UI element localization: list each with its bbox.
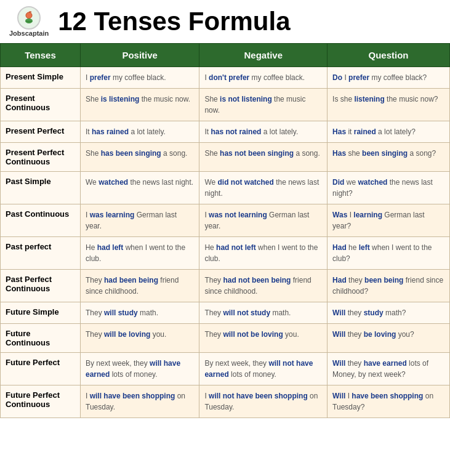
tense-name: Future Simple bbox=[1, 302, 81, 324]
question-cell: Will they be loving you? bbox=[327, 324, 450, 353]
positive-cell: He had left when I went to the club. bbox=[81, 237, 199, 270]
negative-cell: By next week, they will not have earned … bbox=[199, 353, 327, 385]
question-cell: Was I learning German last year? bbox=[327, 204, 450, 237]
positive-cell: She is listening the music now. bbox=[81, 89, 199, 121]
negative-cell: I will not have been shopping on Tuesday… bbox=[199, 385, 327, 418]
tense-name: Present Perfect Continuous bbox=[1, 143, 81, 172]
negative-cell: I was not learning German last year. bbox=[199, 204, 327, 237]
negative-cell: They will not be loving you. bbox=[199, 324, 327, 353]
question-cell: Will I have been shopping on Tuesday? bbox=[327, 385, 450, 418]
negative-cell: He had not left when I went to the club. bbox=[199, 237, 327, 270]
table-row: Past ContinuousI was learning German las… bbox=[1, 204, 450, 237]
table-row: Future Perfect ContinuousI will have bee… bbox=[1, 385, 450, 418]
col-tenses: Tenses bbox=[1, 44, 81, 67]
table-row: Future SimpleThey will study math.They w… bbox=[1, 302, 450, 324]
question-cell: Is she listening the music now? bbox=[327, 89, 450, 121]
tense-name: Present Perfect bbox=[1, 121, 81, 143]
question-cell: Did we watched the news last night? bbox=[327, 172, 450, 204]
negative-cell: I don't prefer my coffee black. bbox=[199, 67, 327, 89]
col-question: Question bbox=[327, 44, 450, 67]
positive-cell: I prefer my coffee black. bbox=[81, 67, 199, 89]
positive-cell: They will be loving you. bbox=[81, 324, 199, 353]
tense-name: Past perfect bbox=[1, 237, 81, 270]
question-cell: Had they been being friend since childho… bbox=[327, 270, 450, 302]
question-cell: Do I prefer my coffee black? bbox=[327, 67, 450, 89]
positive-cell: She has been singing a song. bbox=[81, 143, 199, 172]
positive-cell: We watched the news last night. bbox=[81, 172, 199, 204]
table-row: Past perfectHe had left when I went to t… bbox=[1, 237, 450, 270]
tense-name: Future Perfect Continuous bbox=[1, 385, 81, 418]
page-title: 12 Tenses Formula bbox=[58, 7, 290, 36]
table-row: Present Perfect ContinuousShe has been s… bbox=[1, 143, 450, 172]
negative-cell: They will not study math. bbox=[199, 302, 327, 324]
logo-text: Jobscaptain bbox=[9, 30, 49, 37]
negative-cell: They had not been being friend since chi… bbox=[199, 270, 327, 302]
negative-cell: We did not watched the news last night. bbox=[199, 172, 327, 204]
positive-cell: I will have been shopping on Tuesday. bbox=[81, 385, 199, 418]
tense-name: Future Perfect bbox=[1, 353, 81, 385]
table-row: Past Perfect ContinuousThey had been bei… bbox=[1, 270, 450, 302]
col-positive: Positive bbox=[81, 44, 199, 67]
tense-name: Future Continuous bbox=[1, 324, 81, 353]
svg-point-0 bbox=[26, 12, 32, 18]
table-row: Present ContinuousShe is listening the m… bbox=[1, 89, 450, 121]
col-negative: Negative bbox=[199, 44, 327, 67]
tense-name: Past Perfect Continuous bbox=[1, 270, 81, 302]
positive-cell: They had been being friend since childho… bbox=[81, 270, 199, 302]
tense-name: Past Simple bbox=[1, 172, 81, 204]
positive-cell: I was learning German last year. bbox=[81, 204, 199, 237]
logo-area: Jobscaptain bbox=[9, 6, 49, 37]
tense-name: Present Simple bbox=[1, 67, 81, 89]
question-cell: Will they study math? bbox=[327, 302, 450, 324]
question-cell: Has it rained a lot lately? bbox=[327, 121, 450, 143]
positive-cell: They will study math. bbox=[81, 302, 199, 324]
table-row: Past SimpleWe watched the news last nigh… bbox=[1, 172, 450, 204]
question-cell: Had he left when I went to the club? bbox=[327, 237, 450, 270]
tense-name: Present Continuous bbox=[1, 89, 81, 121]
question-cell: Will they have earned lots of Money, by … bbox=[327, 353, 450, 385]
tenses-table: Tenses Positive Negative Question Presen… bbox=[0, 43, 450, 418]
tense-name: Past Continuous bbox=[1, 204, 81, 237]
positive-cell: By next week, they will have earned lots… bbox=[81, 353, 199, 385]
negative-cell: It has not rained a lot lately. bbox=[199, 121, 327, 143]
header: Jobscaptain 12 Tenses Formula bbox=[0, 0, 450, 43]
negative-cell: She has not been singing a song. bbox=[199, 143, 327, 172]
table-row: Present PerfectIt has rained a lot latel… bbox=[1, 121, 450, 143]
logo-icon bbox=[17, 6, 41, 30]
positive-cell: It has rained a lot lately. bbox=[81, 121, 199, 143]
question-cell: Has she been singing a song? bbox=[327, 143, 450, 172]
table-row: Future PerfectBy next week, they will ha… bbox=[1, 353, 450, 385]
table-row: Present SimpleI prefer my coffee black.I… bbox=[1, 67, 450, 89]
negative-cell: She is not listening the music now. bbox=[199, 89, 327, 121]
table-row: Future ContinuousThey will be loving you… bbox=[1, 324, 450, 353]
